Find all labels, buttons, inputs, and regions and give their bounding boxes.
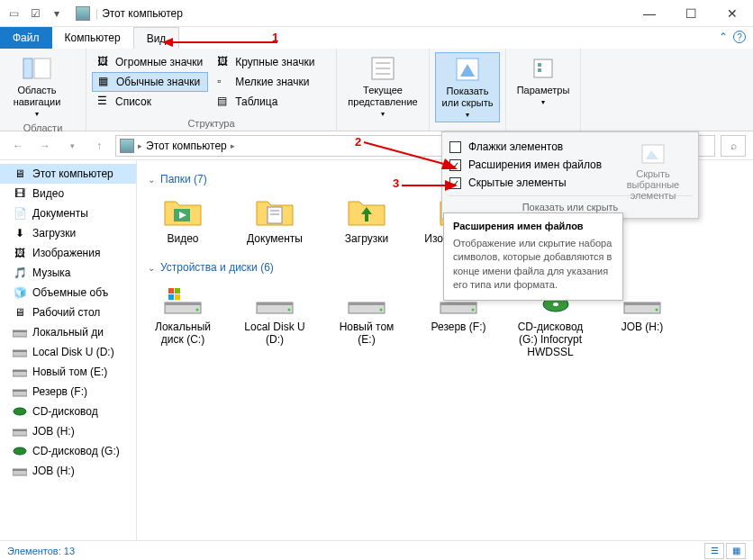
layout-small-icons[interactable]: ▫Мелкие значки bbox=[212, 72, 320, 92]
ribbon-group-panes: Область навигации ▾ Области bbox=[0, 49, 86, 131]
hdd-icon bbox=[13, 424, 27, 438]
sidebar-item[interactable]: Локальный ди bbox=[0, 322, 136, 342]
folder-item[interactable]: Документы bbox=[240, 193, 310, 245]
sidebar-item[interactable]: CD-дисковод (G:) bbox=[0, 441, 136, 461]
svg-point-58 bbox=[656, 309, 658, 312]
hdd-icon bbox=[253, 281, 296, 317]
layout-list[interactable]: ☰Список bbox=[92, 92, 208, 112]
options-button[interactable]: Параметры ▾ bbox=[512, 52, 575, 109]
sidebar-item-label: JOB (H:) bbox=[32, 465, 75, 477]
sidebar-item[interactable]: 🎞Видео bbox=[0, 184, 136, 203]
sidebar-item[interactable]: 🖼Изображения bbox=[0, 243, 136, 263]
checkbox-icon[interactable]: ✓ bbox=[449, 177, 461, 189]
current-view-icon bbox=[368, 54, 397, 83]
recent-dropdown[interactable]: ▾ bbox=[61, 135, 83, 157]
sidebar-item-label: Изображения bbox=[32, 247, 100, 259]
details-view-button[interactable]: ☰ bbox=[704, 543, 724, 559]
pc-icon: 🖥 bbox=[13, 167, 27, 181]
current-view-button[interactable]: Текущее представление ▾ bbox=[342, 52, 423, 121]
ribbon: Область навигации ▾ Области 🖼Огромные зн… bbox=[0, 49, 753, 131]
sidebar-item[interactable]: JOB (H:) bbox=[0, 461, 136, 481]
tab-view[interactable]: Вид bbox=[133, 27, 180, 49]
breadcrumb-icon bbox=[120, 139, 134, 153]
sidebar: 🖥Этот компьютер🎞Видео📄Документы⬇Загрузки… bbox=[0, 160, 137, 540]
svg-rect-57 bbox=[624, 303, 660, 305]
sidebar-item-label: Резерв (F:) bbox=[32, 385, 87, 398]
qat-dropdown-icon[interactable]: ▾ bbox=[47, 4, 67, 23]
tab-computer[interactable]: Компьютер bbox=[52, 27, 133, 49]
titlebar: ▭ ☑ ▾ | Этот компьютер — ☐ ✕ bbox=[0, 0, 753, 27]
sidebar-item[interactable]: JOB (H:) bbox=[0, 421, 136, 441]
show-hide-button[interactable]: Показать или скрыть ▾ bbox=[435, 52, 500, 122]
sidebar-item[interactable]: 🎵Музыка bbox=[0, 263, 136, 283]
layout-table[interactable]: ▤Таблица bbox=[212, 92, 320, 112]
minimize-button[interactable]: — bbox=[629, 0, 670, 27]
ribbon-group-layout: 🖼Огромные значки 🖼Крупные значки ▦Обычны… bbox=[86, 49, 337, 131]
up-button[interactable]: ↑ bbox=[88, 135, 110, 157]
tab-file[interactable]: Файл bbox=[0, 27, 52, 49]
sidebar-item-label: Музыка bbox=[32, 266, 70, 279]
tooltip-title: Расширения имен файлов bbox=[453, 221, 613, 231]
show-hide-dropdown: Флажки элементов ✓ Расширения имен файло… bbox=[441, 131, 699, 219]
svg-rect-24 bbox=[13, 469, 27, 471]
sidebar-item[interactable]: ⬇Загрузки bbox=[0, 223, 136, 243]
svg-rect-39 bbox=[175, 294, 180, 300]
forward-button[interactable]: → bbox=[34, 135, 56, 157]
sidebar-item-label: JOB (H:) bbox=[32, 425, 75, 438]
folder-item[interactable]: Загрузки bbox=[331, 193, 402, 245]
chevron-right-icon[interactable]: ▸ bbox=[138, 141, 142, 150]
sidebar-item[interactable]: 🧊Объемные объ bbox=[0, 283, 136, 303]
sidebar-item[interactable]: 📄Документы bbox=[0, 203, 136, 223]
sidebar-item[interactable]: Новый том (E:) bbox=[0, 362, 136, 382]
layout-normal-icons[interactable]: ▦Обычные значки bbox=[92, 72, 208, 92]
layout-huge-icons[interactable]: 🖼Огромные значки bbox=[92, 52, 208, 72]
dd-hide-selected[interactable]: Скрыть выбранные элементы bbox=[617, 141, 689, 201]
sidebar-item-label: Новый том (E:) bbox=[32, 366, 107, 378]
qat-properties-icon[interactable]: ▭ bbox=[4, 4, 23, 23]
sidebar-item[interactable]: 🖥Рабочий стол bbox=[0, 303, 136, 322]
checkbox-icon[interactable]: ✓ bbox=[449, 159, 461, 171]
drive-item[interactable]: Local Disk U (D:) bbox=[240, 281, 310, 358]
sidebar-item[interactable]: Резерв (F:) bbox=[0, 382, 136, 402]
folder-item[interactable]: Видео bbox=[148, 193, 218, 245]
svg-rect-16 bbox=[13, 370, 27, 372]
chevron-right-icon[interactable]: ▸ bbox=[231, 141, 235, 150]
svg-rect-12 bbox=[13, 330, 27, 332]
ribbon-group-layout-label: Структура bbox=[92, 116, 331, 129]
maximize-button[interactable]: ☐ bbox=[670, 0, 712, 27]
hdd-icon bbox=[13, 464, 27, 478]
tooltip-body: Отображение или скрытие набора символов,… bbox=[453, 237, 613, 293]
cd-green-icon bbox=[13, 404, 27, 419]
docs-icon: 📄 bbox=[13, 206, 27, 221]
normal-icons-icon: ▦ bbox=[98, 75, 113, 89]
huge-icons-icon: 🖼 bbox=[97, 55, 112, 69]
checkbox-icon[interactable] bbox=[449, 141, 461, 153]
svg-rect-27 bbox=[268, 207, 282, 223]
sidebar-item-label: CD-дисковод (G:) bbox=[32, 445, 120, 457]
icons-view-button[interactable]: ▦ bbox=[726, 543, 746, 559]
navigation-pane-button[interactable]: Область навигации ▾ bbox=[5, 52, 68, 121]
drive-item[interactable]: Локальный диск (C:) bbox=[148, 281, 218, 358]
item-label: Документы bbox=[247, 232, 303, 245]
qat-checkbox-icon[interactable]: ☑ bbox=[25, 4, 45, 23]
close-button[interactable]: ✕ bbox=[712, 0, 753, 27]
sidebar-item[interactable]: CD-дисковод bbox=[0, 402, 136, 421]
desktop-icon: 🖥 bbox=[13, 305, 27, 320]
drive-item[interactable]: Новый том (E:) bbox=[331, 281, 402, 358]
svg-point-42 bbox=[196, 309, 199, 312]
ribbon-collapse-icon[interactable]: ⌃ bbox=[719, 31, 728, 43]
ribbon-group-show-hide: Показать или скрыть ▾ bbox=[430, 49, 506, 131]
search-input[interactable]: ⌕ bbox=[721, 135, 746, 157]
svg-point-51 bbox=[472, 309, 475, 312]
layout-large-icons[interactable]: 🖼Крупные значки bbox=[212, 52, 320, 72]
back-button[interactable]: ← bbox=[7, 135, 29, 157]
breadcrumb-location[interactable]: Этот компьютер bbox=[146, 140, 227, 152]
item-label: CD-дисковод (G:) Infocrypt HWDSSL bbox=[515, 321, 585, 358]
sidebar-item[interactable]: Local Disk U (D:) bbox=[0, 342, 136, 362]
help-icon[interactable]: ? bbox=[733, 31, 746, 43]
sidebar-item[interactable]: 🖥Этот компьютер bbox=[0, 164, 136, 184]
sidebar-item-label: Объемные объ bbox=[32, 286, 108, 299]
cd-green-icon bbox=[13, 444, 27, 458]
navigation-pane-icon bbox=[23, 54, 51, 83]
ribbon-tabs: Файл Компьютер Вид ⌃ ? bbox=[0, 27, 753, 49]
